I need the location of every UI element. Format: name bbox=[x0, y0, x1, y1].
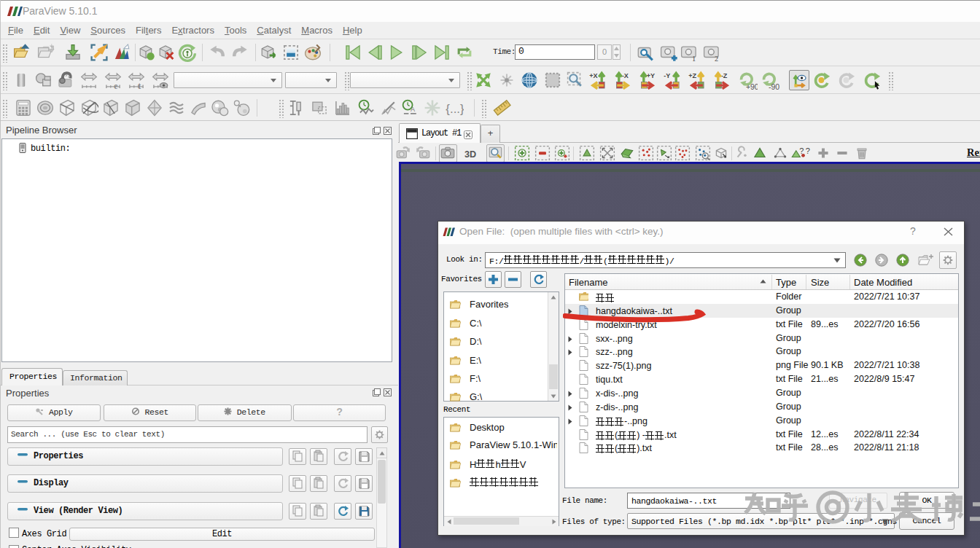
svg-text:+X: +X bbox=[589, 72, 597, 79]
svg-text:?: ? bbox=[806, 146, 810, 155]
svg-text:1: 1 bbox=[692, 55, 696, 62]
svg-text:{...}: {...} bbox=[446, 102, 464, 116]
svg-text:-Y: -Y bbox=[664, 72, 670, 79]
svg-text:3D: 3D bbox=[464, 149, 476, 160]
svg-text:+Y: +Y bbox=[647, 72, 655, 79]
svg-text:-X: -X bbox=[622, 72, 629, 79]
svg-text:+Z: +Z bbox=[688, 72, 696, 79]
svg-text:2: 2 bbox=[715, 55, 718, 62]
svg-text:-90: -90 bbox=[769, 82, 779, 90]
svg-text:+90: +90 bbox=[746, 82, 758, 90]
svg-text:A: A bbox=[411, 106, 416, 113]
svg-text:-Z: -Z bbox=[721, 72, 728, 79]
svg-text:e: e bbox=[114, 82, 117, 90]
svg-text:t: t bbox=[138, 80, 141, 90]
